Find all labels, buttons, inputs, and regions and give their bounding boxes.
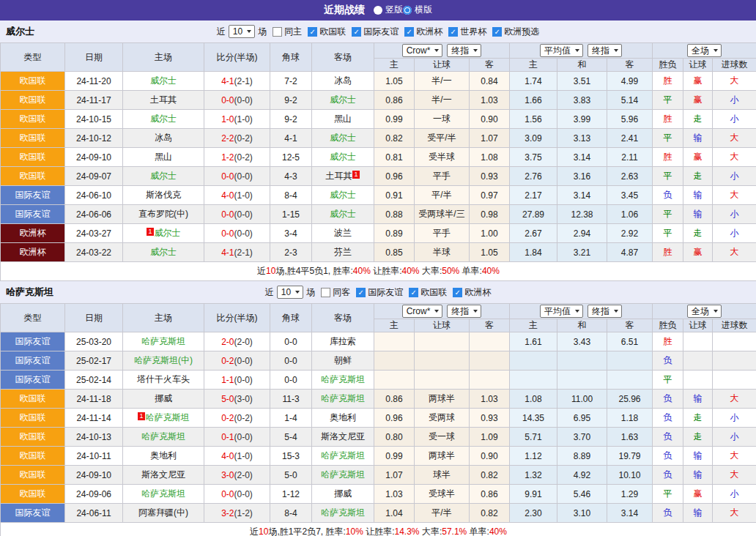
result-outcome: 平 <box>653 485 683 504</box>
bookmaker-select[interactable]: Crow* <box>402 44 443 57</box>
match-count-select[interactable]: 10 <box>277 286 303 299</box>
column-subheader: 进球数 <box>713 59 756 72</box>
odds-handicap: 受一球 <box>415 428 470 447</box>
summary-segment: 场,胜1平2负7, 胜率: <box>268 526 345 536</box>
scope-select[interactable]: 全场 <box>687 305 722 318</box>
layout-radio-option-1[interactable]: 横版 <box>403 4 432 16</box>
scope-select[interactable]: 全场 <box>687 44 722 57</box>
halftime-score: (0-0) <box>234 375 253 385</box>
away-team-name: 哈萨克斯坦 <box>321 507 365 518</box>
home-team-name: 威尔士 <box>150 247 177 257</box>
chevron-down-icon <box>714 49 718 52</box>
odds-group-header: Crow*终指 <box>374 304 510 319</box>
match-date: 24-06-06 <box>65 205 123 224</box>
type-badge: 国际友谊 <box>1 332 65 351</box>
layout-radio-option-0[interactable]: 竖版 <box>374 4 403 16</box>
corner-count: 4-3 <box>270 167 312 186</box>
scope-group-header: 全场 <box>653 43 756 59</box>
odds-home: 0.85 <box>374 243 415 262</box>
avg-time-select[interactable]: 终指 <box>588 305 622 318</box>
result-goals: 小 <box>713 428 756 447</box>
away-team-name: 波兰 <box>334 228 352 238</box>
fulltime-score: 3-0 <box>221 470 234 480</box>
league-checkbox[interactable]: ✓ <box>352 27 361 37</box>
away-team: 奥地利 <box>312 409 374 428</box>
same-venue-checkbox[interactable] <box>273 27 282 37</box>
odds-away <box>470 332 510 351</box>
avg-home: 5.71 <box>510 428 557 447</box>
match-count-select[interactable]: 10 <box>229 25 255 38</box>
fulltime-score: 0-0 <box>221 489 234 499</box>
result-handicap: 输 <box>683 447 713 466</box>
table-row: 欧洲杯24-03-22威尔士4-1(2-1)2-3芬兰0.85半球1.051.8… <box>1 243 756 262</box>
type-badge: 国际友谊 <box>1 504 65 523</box>
odds-time-select[interactable]: 终指 <box>447 44 481 57</box>
away-team-name: 威尔士 <box>330 94 356 105</box>
same-venue-checkbox[interactable] <box>321 288 330 297</box>
avg-away: 5.96 <box>607 110 653 129</box>
corner-count: 2-3 <box>270 243 312 262</box>
result-goals: 大 <box>713 186 756 205</box>
away-team-name: 威尔士 <box>330 190 356 200</box>
bookmaker-select[interactable]: Crow* <box>402 305 443 318</box>
avg-draw: 3.83 <box>557 91 607 110</box>
odds-handicap: 平/半 <box>415 504 470 523</box>
average-select-value: 平均值 <box>544 305 571 318</box>
odds-away: 1.00 <box>470 224 510 243</box>
odds-home <box>374 351 415 371</box>
average-select[interactable]: 平均值 <box>540 44 583 57</box>
home-team-name: 黑山 <box>155 152 172 162</box>
away-team: 哈萨克斯坦 <box>312 447 374 466</box>
league-checkbox[interactable]: ✓ <box>404 27 414 37</box>
column-subheader: 和 <box>557 59 607 72</box>
league-label: 欧洲杯 <box>464 286 491 299</box>
odds-handicap: 平/半 <box>415 186 470 205</box>
result-handicap: 走 <box>683 167 713 186</box>
column-subheader: 客 <box>470 59 510 72</box>
league-checkbox[interactable]: ✓ <box>492 27 502 37</box>
odds-handicap: 受两球半/三 <box>415 205 470 224</box>
odds-away <box>470 351 510 371</box>
avg-draw: 8.89 <box>557 447 607 466</box>
corner-count: 9-2 <box>270 91 312 110</box>
avg-draw: 3.14 <box>557 148 607 167</box>
league-label: 欧洲杯 <box>416 26 442 38</box>
filter-bar: 近10场同客✓国际友谊✓欧国联✓欧洲杯 <box>264 286 492 299</box>
chevron-down-icon <box>473 49 478 52</box>
column-subheader: 让球 <box>415 319 470 332</box>
table-row: 国际友谊24-06-10斯洛伐克4-0(1-0)8-4威尔士0.91平/半0.9… <box>1 186 756 205</box>
odds-away: 0.93 <box>470 167 510 186</box>
corner-count: 5-4 <box>270 428 312 447</box>
odds-time-select[interactable]: 终指 <box>447 305 481 318</box>
league-checkbox[interactable]: ✓ <box>453 288 462 297</box>
result-handicap: 走 <box>683 428 713 447</box>
match-date: 24-03-27 <box>65 224 123 243</box>
results-table: 类型日期主场比分(半场)角球客场Crow*终指平均值终指全场主让球客主和客胜负让… <box>0 42 756 281</box>
home-team-name: 冰岛 <box>155 133 172 143</box>
fulltime-score: 4-0 <box>221 190 234 201</box>
result-handicap: 输 <box>683 186 713 205</box>
odds-home: 1.07 <box>374 466 415 485</box>
league-checkbox[interactable]: ✓ <box>448 27 458 37</box>
corner-count: 4-1 <box>270 129 312 148</box>
fulltime-score: 0-0 <box>221 228 234 239</box>
avg-group-header: 平均值终指 <box>510 43 653 59</box>
avg-home: 1.32 <box>510 466 557 485</box>
table-row: 欧国联24-11-20威尔士4-1(2-1)7-2冰岛1.05半/一0.841.… <box>1 72 756 91</box>
average-select[interactable]: 平均值 <box>540 305 583 318</box>
away-team: 库拉索 <box>312 332 374 351</box>
away-team: 威尔士 <box>312 91 374 110</box>
match-score: 0-0(0-0) <box>204 205 270 224</box>
summary-text: 近10场,胜1平2负7, 胜率:10% 让胜率:14.3% 大率:57.1% 单… <box>1 523 756 536</box>
avg-time-select[interactable]: 终指 <box>588 44 622 57</box>
league-checkbox[interactable]: ✓ <box>308 27 317 37</box>
league-checkbox[interactable]: ✓ <box>356 288 366 297</box>
result-outcome: 负 <box>653 466 683 485</box>
filter-same-label: 同主 <box>284 26 302 38</box>
league-checkbox[interactable]: ✓ <box>409 288 418 297</box>
result-handicap: 赢 <box>683 485 713 504</box>
odds-home: 0.82 <box>374 129 415 148</box>
halftime-score: (2-1) <box>234 247 253 258</box>
summary-text: 近10场,胜4平5负1, 胜率:40% 让胜率:40% 大率:50% 单率:40… <box>1 262 756 281</box>
odds-home: 0.86 <box>374 390 415 409</box>
